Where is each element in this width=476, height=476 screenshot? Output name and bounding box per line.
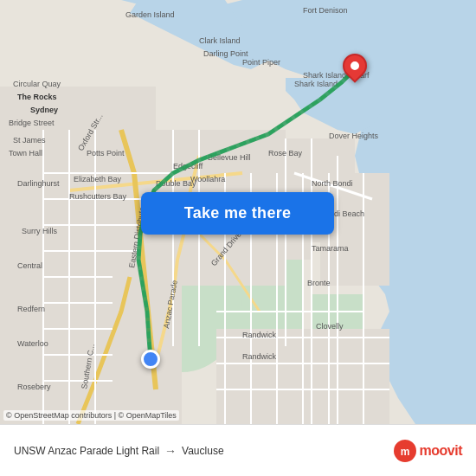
map-attribution: © OpenStreetMap contributors | © OpenMap… xyxy=(3,410,179,421)
svg-text:Elizabeth Bay: Elizabeth Bay xyxy=(74,175,122,183)
footer-route: UNSW Anzac Parade Light Rail → Vaucluse xyxy=(14,444,386,458)
svg-text:Redfern: Redfern xyxy=(17,305,45,313)
footer-bar: UNSW Anzac Parade Light Rail → Vaucluse … xyxy=(0,424,476,476)
take-me-there-button[interactable]: Take me there xyxy=(141,192,334,235)
svg-text:Darling Point: Darling Point xyxy=(203,49,248,58)
svg-text:Garden Island: Garden Island xyxy=(125,10,175,19)
svg-text:Tamarama: Tamarama xyxy=(312,244,349,253)
footer-arrow: → xyxy=(164,444,177,458)
svg-text:Bellevue Hill: Bellevue Hill xyxy=(208,153,251,162)
map-container: The Rocks Sydney Circular Quay Bridge St… xyxy=(0,0,476,424)
svg-text:The Rocks: The Rocks xyxy=(17,93,57,101)
svg-text:Shark Island: Shark Island xyxy=(294,80,338,88)
footer-destination: Vaucluse xyxy=(182,445,223,457)
svg-text:Surry Hills: Surry Hills xyxy=(22,227,58,235)
svg-text:Clovelly: Clovelly xyxy=(316,322,344,331)
svg-text:St James: St James xyxy=(13,136,46,145)
destination-marker xyxy=(343,54,367,85)
svg-text:Waterloo: Waterloo xyxy=(17,339,48,348)
svg-text:Darlinghurst: Darlinghurst xyxy=(17,179,60,188)
svg-text:Dover Heights: Dover Heights xyxy=(329,132,379,140)
svg-text:Edgecliff: Edgecliff xyxy=(173,162,203,170)
svg-text:m: m xyxy=(400,446,409,458)
moovit-logo: m moovit xyxy=(393,439,462,463)
footer-origin: UNSW Anzac Parade Light Rail xyxy=(14,445,159,457)
svg-text:Rose Bay: Rose Bay xyxy=(268,149,303,158)
svg-text:Bronte: Bronte xyxy=(307,279,331,287)
svg-text:Rushcutters Bay: Rushcutters Bay xyxy=(69,192,127,201)
moovit-logo-icon: m xyxy=(393,439,417,463)
svg-text:North Bondi: North Bondi xyxy=(312,179,353,188)
moovit-text: moovit xyxy=(420,443,462,459)
svg-text:Vaucluse: Vaucluse xyxy=(363,0,395,2)
svg-text:Fort Denison: Fort Denison xyxy=(303,6,348,15)
svg-text:Circular Quay: Circular Quay xyxy=(13,80,61,88)
origin-marker xyxy=(141,350,160,369)
svg-text:Randwick: Randwick xyxy=(242,352,277,361)
svg-text:Point Piper: Point Piper xyxy=(242,58,280,67)
svg-text:Clark Island: Clark Island xyxy=(199,36,241,45)
svg-text:Rosebery: Rosebery xyxy=(17,383,51,391)
svg-rect-11 xyxy=(216,329,320,424)
svg-text:Woollahra: Woollahra xyxy=(190,175,225,183)
svg-text:Randwick: Randwick xyxy=(242,331,277,339)
svg-text:Potts Point: Potts Point xyxy=(87,149,125,158)
svg-text:Bridge Street: Bridge Street xyxy=(9,119,55,127)
svg-rect-13 xyxy=(320,329,389,424)
svg-text:Central: Central xyxy=(17,261,42,270)
svg-text:Sydney: Sydney xyxy=(30,106,58,114)
button-label: Take me there xyxy=(184,204,292,222)
svg-text:Town Hall: Town Hall xyxy=(9,149,42,158)
